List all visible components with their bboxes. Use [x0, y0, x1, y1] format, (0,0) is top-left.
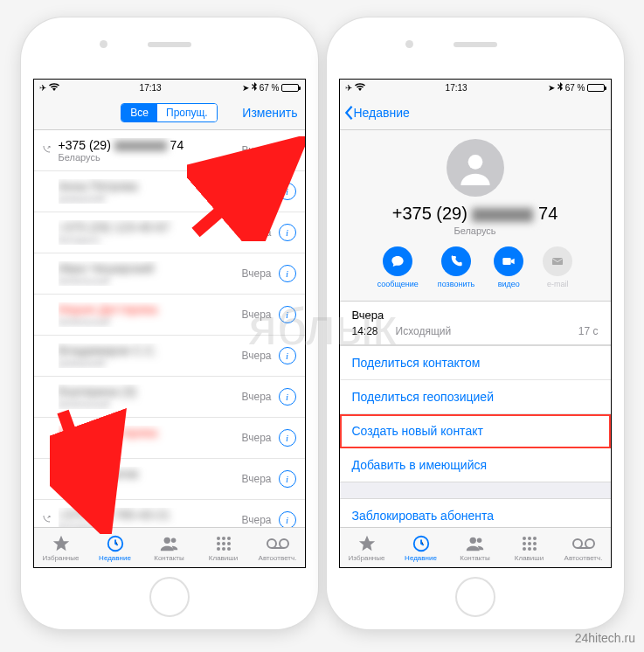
svg-point-8 — [227, 542, 231, 545]
action-call[interactable]: позвонить — [438, 246, 474, 288]
keypad-icon — [521, 534, 538, 553]
tab-contacts[interactable]: Контакты — [448, 528, 502, 567]
row-time: Вчера — [242, 350, 272, 362]
row-time: Вчера — [242, 391, 272, 403]
nav-header: Все Пропущ. Изменить — [34, 95, 305, 130]
contact-number: +375 (29) 74 — [340, 204, 611, 224]
seg-all[interactable]: Все — [121, 104, 157, 121]
tab-contacts[interactable]: Контакты — [142, 528, 197, 567]
home-button[interactable] — [149, 577, 190, 617]
svg-point-13 — [280, 539, 288, 548]
tab-voicemail[interactable]: Автоответч. — [251, 528, 305, 567]
svg-point-32 — [573, 539, 582, 548]
create-new-contact-button[interactable]: Создать новый контакт — [340, 414, 611, 448]
svg-point-27 — [528, 542, 531, 545]
tab-bar: Избранные Недавние Контакты Клавиши Авто… — [340, 527, 611, 567]
edit-button[interactable]: Изменить — [242, 106, 297, 120]
status-bar: ✈ 17:13 ➤ 67 % — [34, 80, 305, 95]
person-icon — [466, 534, 485, 553]
svg-point-9 — [217, 547, 220, 551]
back-button[interactable]: Недавние — [343, 105, 410, 121]
airplane-icon: ✈ — [345, 83, 352, 93]
svg-point-21 — [469, 537, 475, 543]
svg-point-12 — [267, 539, 276, 548]
tab-favorites[interactable]: Избранные — [340, 528, 394, 567]
home-button[interactable] — [455, 577, 495, 617]
tab-keypad[interactable]: Клавиши — [502, 528, 557, 567]
screen-recents: ✈ 17:13 ➤ 67 % Все Пропущ. Изменить — [33, 79, 306, 568]
detail-list[interactable]: Вчера 14:28 Исходящий 17 с Поделиться ко… — [340, 302, 611, 527]
row-subtitle: домашний — [59, 357, 242, 368]
recents-row[interactable]: Иван ЧеширскиймобильныйВчераi — [34, 253, 305, 295]
svg-point-3 — [217, 537, 220, 540]
mail-icon — [551, 254, 564, 268]
svg-point-23 — [523, 537, 526, 540]
location-icon: ➤ — [242, 83, 249, 93]
wifi-icon — [49, 83, 59, 93]
info-icon[interactable]: i — [279, 511, 296, 527]
tab-recents[interactable]: Недавние — [394, 528, 448, 567]
status-bar: ✈ 17:13 ➤ 67 % — [340, 80, 611, 95]
status-time: 17:13 — [140, 83, 162, 93]
recents-row[interactable]: Мария ДегтяревамобильныйВчераi — [34, 295, 305, 336]
tab-voicemail[interactable]: Автоответч. — [557, 528, 611, 567]
watermark-bottom-right: 24hitech.ru — [575, 631, 635, 645]
screen-contact-detail: ✈ 17:13 ➤ 67 % Недавние — [339, 79, 612, 568]
location-icon: ➤ — [548, 83, 555, 93]
svg-point-2 — [170, 538, 176, 543]
block-caller-button[interactable]: Заблокировать абонента — [340, 499, 611, 527]
row-time: Вчера — [242, 432, 272, 444]
airplane-icon: ✈ — [39, 83, 46, 93]
info-icon[interactable]: i — [279, 429, 296, 447]
share-location-button[interactable]: Поделиться геопозицией — [340, 380, 611, 414]
action-message[interactable]: сообщение — [377, 246, 419, 288]
svg-point-24 — [528, 537, 531, 540]
video-icon — [502, 254, 516, 268]
share-contact-button[interactable]: Поделиться контактом — [340, 346, 611, 380]
svg-point-33 — [585, 539, 594, 548]
info-icon[interactable]: i — [279, 347, 296, 364]
svg-point-17 — [467, 155, 482, 170]
tab-keypad[interactable]: Клавиши — [197, 528, 251, 567]
info-icon[interactable]: i — [279, 470, 296, 488]
row-subtitle: мобильный — [59, 316, 242, 327]
svg-point-25 — [533, 537, 537, 540]
battery-pct: 67 % — [260, 83, 280, 93]
svg-point-1 — [163, 537, 170, 543]
row-subtitle: мобильный — [59, 275, 242, 286]
message-icon — [391, 254, 405, 268]
battery-pct: 67 % — [565, 83, 585, 93]
svg-point-4 — [222, 537, 225, 540]
outgoing-call-icon — [41, 142, 52, 158]
battery-icon — [281, 84, 299, 92]
info-icon[interactable]: i — [279, 388, 296, 406]
add-to-existing-button[interactable]: Добавить в имеющийся — [340, 448, 611, 482]
svg-point-11 — [227, 547, 231, 551]
voicemail-icon — [572, 534, 595, 553]
svg-point-30 — [528, 547, 531, 551]
action-video[interactable]: видео — [494, 246, 523, 288]
seg-missed[interactable]: Пропущ. — [157, 104, 217, 121]
row-title: Иван Чеширский — [59, 261, 242, 275]
voicemail-icon — [267, 534, 289, 553]
svg-point-5 — [227, 537, 231, 540]
block-block: Заблокировать абонента — [340, 498, 611, 527]
person-icon — [160, 534, 179, 553]
svg-rect-19 — [552, 258, 563, 265]
phone-icon — [449, 254, 463, 268]
battery-icon — [587, 84, 605, 92]
person-silhouette-icon — [458, 150, 493, 185]
info-icon[interactable]: i — [279, 265, 296, 282]
star-icon — [357, 534, 377, 553]
info-icon[interactable]: i — [279, 306, 296, 323]
svg-point-6 — [217, 542, 220, 545]
arrow-annotation-tab — [50, 403, 128, 534]
row-title: Владимиров С.С. — [59, 343, 242, 357]
recents-row[interactable]: Владимиров С.С.домашнийВчераi — [34, 336, 305, 377]
svg-point-28 — [533, 542, 537, 545]
clock-icon — [106, 534, 125, 553]
row-time: Вчера — [242, 514, 272, 526]
segmented-control[interactable]: Все Пропущ. — [121, 103, 217, 122]
action-row: сообщение позвонить видео e-mail — [340, 246, 611, 288]
svg-point-10 — [222, 547, 225, 551]
